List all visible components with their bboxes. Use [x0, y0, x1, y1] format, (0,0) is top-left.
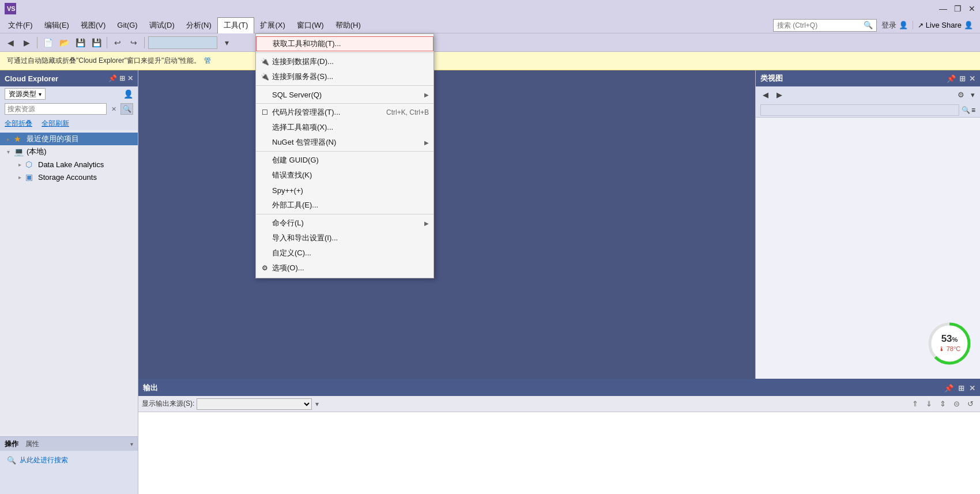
menu-item-debug[interactable]: 调试(D) — [144, 17, 180, 33]
cv-close-icon[interactable]: ✕ — [969, 74, 975, 83]
user-account-icon[interactable]: 👤 — [123, 89, 133, 99]
live-share-button[interactable]: ↗ Live Share 👤 — [913, 21, 978, 29]
menu-item-window[interactable]: 窗口(W) — [291, 17, 330, 33]
menu-code-snippets[interactable]: ☐ 代码片段管理器(T)... Ctrl+K, Ctrl+B — [256, 105, 434, 120]
toolbar-open-btn[interactable]: 📂 — [57, 36, 71, 50]
menu-item-help[interactable]: 帮助(H) — [330, 17, 367, 33]
cloud-explorer-header: Cloud Explorer 📌 ⊞ ✕ — [0, 70, 138, 86]
storage-icon: ▣ — [25, 172, 36, 182]
menu-item-edit[interactable]: 编辑(E) — [39, 17, 75, 33]
cv-settings-btn[interactable]: ⚙ — [955, 88, 967, 101]
search-input[interactable] — [777, 21, 864, 29]
output-btn-1[interactable]: ⇑ — [909, 398, 921, 410]
cv-forward-btn[interactable]: ▶ — [773, 88, 786, 101]
output-source-select[interactable] — [197, 398, 312, 410]
toolbar-redo-btn[interactable]: ↪ — [127, 36, 141, 50]
cv-dock-icon[interactable]: ⊞ — [959, 74, 966, 83]
cv-breadcrumb-input[interactable] — [760, 104, 959, 116]
title-bar: VS VS — ❐ ✕ — [0, 0, 980, 17]
cv-back-btn[interactable]: ◀ — [759, 88, 772, 101]
resource-type-label: 资源类型 — [9, 89, 36, 99]
refresh-all-link[interactable]: 全部刷新 — [42, 119, 69, 129]
bottom-panel-arrow[interactable]: ▾ — [130, 441, 133, 447]
window-controls: — ❐ ✕ — [939, 0, 975, 17]
cv-breadcrumb-search-icon[interactable]: 🔍 — [962, 106, 970, 114]
search-placeholder-icon: 🔍 — [7, 456, 16, 465]
dock-icon[interactable]: ⊞ — [119, 74, 125, 82]
error-lookup-label: 错误查找(K) — [272, 170, 312, 180]
menu-external-tools[interactable]: 外部工具(E)... — [256, 198, 434, 213]
tab-actions[interactable]: 操作 — [5, 439, 18, 449]
bottom-panel-header: 操作 属性 ▾ — [0, 437, 138, 451]
output-dropdown-arrow[interactable]: ▾ — [315, 400, 319, 408]
output-btn-3[interactable]: ⇕ — [936, 398, 949, 410]
menu-nuget[interactable]: NuGet 包管理器(N) ▶ — [256, 135, 434, 150]
output-btn-2[interactable]: ⇓ — [922, 398, 935, 410]
cv-settings-arrow-btn[interactable]: ▾ — [968, 88, 977, 101]
menu-item-file[interactable]: 文件(F) — [2, 17, 39, 33]
minimize-button[interactable]: — — [939, 4, 947, 13]
menu-section-1: 获取工具和功能(T)... — [256, 35, 434, 52]
live-share-icon: ↗ — [918, 21, 924, 29]
menu-search-box[interactable]: 🔍 — [773, 19, 877, 32]
toolbar-back-btn[interactable]: ◀ — [3, 36, 17, 50]
output-close-icon[interactable]: ✕ — [969, 384, 975, 393]
search-clear-button[interactable]: ✕ — [109, 104, 118, 114]
menu-toolbox[interactable]: 选择工具箱项(X)... — [256, 120, 434, 135]
menu-item-analyze[interactable]: 分析(N) — [180, 17, 217, 33]
toolbar-sep-1 — [37, 37, 37, 48]
pin-icon[interactable]: 📌 — [108, 74, 117, 82]
toolbar-config-arrow[interactable]: ▾ — [220, 36, 233, 50]
local-icon: 💻 — [14, 147, 24, 156]
menu-customize[interactable]: 自定义(C)... — [256, 246, 434, 261]
tree-item-recent[interactable]: ▸ ★ 最近使用的项目 — [0, 133, 138, 145]
tree-item-data-lake[interactable]: ▸ ⬡ Data Lake Analytics — [0, 158, 138, 171]
login-area[interactable]: 登录 👤 — [877, 20, 913, 31]
sql-arrow-icon: ▶ — [424, 92, 429, 98]
cv-pin-icon[interactable]: 📌 — [947, 74, 956, 83]
menu-options[interactable]: ⚙ 选项(O)... — [256, 261, 434, 276]
search-resource-input[interactable] — [5, 103, 107, 115]
output-dock-icon[interactable]: ⊞ — [958, 384, 964, 393]
menu-section-3: SQL Server(Q) ▶ — [256, 85, 434, 103]
menu-connect-server[interactable]: 🔌 连接到服务器(S)... — [256, 69, 434, 84]
menu-item-tools[interactable]: 工具(T) — [217, 17, 255, 33]
menu-section-2: 🔌 连接到数据库(D)... 🔌 连接到服务器(S)... — [256, 52, 434, 85]
toolbar-forward-btn[interactable]: ▶ — [20, 36, 33, 50]
resource-type-dropdown[interactable]: 资源类型 ▾ — [5, 88, 46, 100]
menu-error-lookup[interactable]: 错误查找(K) — [256, 168, 434, 183]
cv-breadcrumb-list-icon[interactable]: ≡ — [971, 106, 975, 114]
tab-properties[interactable]: 属性 — [25, 439, 39, 449]
tree-item-storage[interactable]: ▸ ▣ Storage Accounts — [0, 171, 138, 183]
menu-create-guid[interactable]: 创建 GUID(G) — [256, 153, 434, 168]
menu-item-view[interactable]: 视图(V) — [75, 17, 111, 33]
menu-command-line[interactable]: 命令行(L) ▶ — [256, 216, 434, 231]
config-dropdown[interactable] — [148, 36, 217, 49]
toolbar-save-btn[interactable]: 💾 — [73, 36, 87, 50]
tree-item-local[interactable]: ▾ 💻 (本地) — [0, 145, 138, 158]
menu-get-tools[interactable]: 获取工具和功能(T)... — [256, 36, 434, 51]
toolbar-new-btn[interactable]: 📄 — [41, 36, 55, 50]
menu-item-extensions[interactable]: 扩展(X) — [254, 17, 291, 33]
menu-import-export[interactable]: 导入和导出设置(I)... — [256, 231, 434, 246]
search-placeholder-text[interactable]: 从此处进行搜索 — [20, 455, 68, 465]
menu-sql-server[interactable]: SQL Server(Q) ▶ — [256, 87, 434, 102]
toolbar-save-all-btn[interactable]: 💾 — [89, 36, 103, 50]
output-btn-4[interactable]: ⊝ — [950, 398, 963, 410]
command-line-label: 命令行(L) — [272, 218, 304, 228]
restore-button[interactable]: ❐ — [954, 4, 962, 13]
tree-item-storage-label: Storage Accounts — [38, 173, 97, 182]
menu-spy[interactable]: Spy++(+) — [256, 183, 434, 198]
menu-connect-db[interactable]: 🔌 连接到数据库(D)... — [256, 54, 434, 69]
output-pin-icon[interactable]: 📌 — [944, 384, 953, 393]
external-tools-label: 外部工具(E)... — [272, 200, 318, 210]
info-bar: 可通过自动隐藏或折叠"Cloud Explorer"窗口来提升"启动"性能。 管 — [0, 52, 980, 70]
menu-item-git[interactable]: Git(G) — [111, 17, 143, 33]
search-submit-button[interactable]: 🔍 — [120, 103, 133, 115]
collapse-all-link[interactable]: 全部折叠 — [5, 119, 32, 129]
close-icon[interactable]: ✕ — [127, 74, 133, 82]
info-link[interactable]: 管 — [204, 56, 211, 66]
output-btn-5[interactable]: ↺ — [964, 398, 977, 410]
toolbar-undo-btn[interactable]: ↩ — [111, 36, 125, 50]
close-button[interactable]: ✕ — [968, 4, 975, 13]
